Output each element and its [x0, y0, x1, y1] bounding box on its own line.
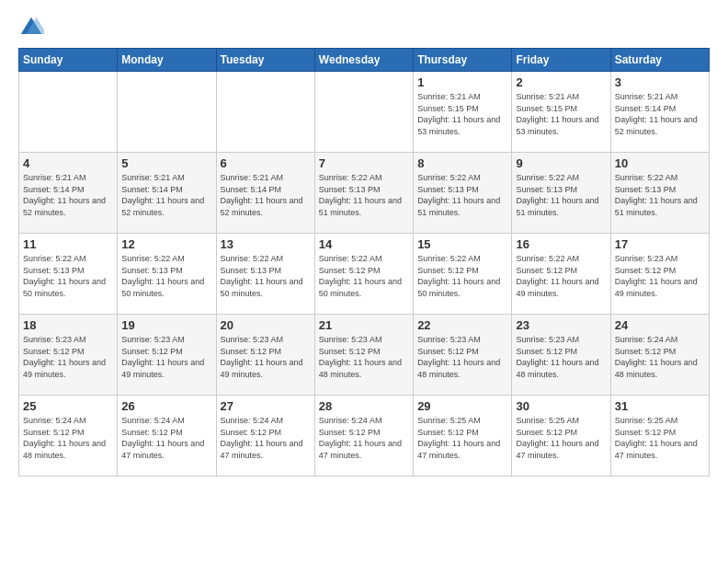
day-number: 12	[121, 237, 211, 251]
day-info: Sunrise: 5:21 AMSunset: 5:14 PMDaylight:…	[615, 91, 705, 137]
header-cell-wednesday: Wednesday	[314, 49, 413, 72]
day-number: 7	[319, 156, 409, 170]
day-info: Sunrise: 5:25 AMSunset: 5:12 PMDaylight:…	[417, 415, 507, 461]
day-info: Sunrise: 5:22 AMSunset: 5:12 PMDaylight:…	[319, 253, 409, 299]
day-info: Sunrise: 5:24 AMSunset: 5:12 PMDaylight:…	[121, 415, 211, 461]
day-cell: 8Sunrise: 5:22 AMSunset: 5:13 PMDaylight…	[414, 153, 512, 234]
day-number: 19	[121, 318, 211, 332]
day-number: 30	[516, 399, 606, 413]
day-info: Sunrise: 5:23 AMSunset: 5:12 PMDaylight:…	[615, 253, 705, 299]
day-cell: 19Sunrise: 5:23 AMSunset: 5:12 PMDayligh…	[118, 315, 216, 396]
header-row: SundayMondayTuesdayWednesdayThursdayFrid…	[19, 49, 710, 72]
day-cell: 31Sunrise: 5:25 AMSunset: 5:12 PMDayligh…	[610, 396, 709, 477]
day-info: Sunrise: 5:22 AMSunset: 5:13 PMDaylight:…	[417, 172, 507, 218]
day-info: Sunrise: 5:25 AMSunset: 5:12 PMDaylight:…	[516, 415, 606, 461]
calendar-body: 1Sunrise: 5:21 AMSunset: 5:15 PMDaylight…	[19, 72, 710, 477]
day-cell: 26Sunrise: 5:24 AMSunset: 5:12 PMDayligh…	[118, 396, 216, 477]
day-cell	[118, 72, 216, 153]
day-cell	[216, 72, 314, 153]
day-info: Sunrise: 5:23 AMSunset: 5:12 PMDaylight:…	[319, 334, 409, 380]
day-cell: 28Sunrise: 5:24 AMSunset: 5:12 PMDayligh…	[314, 396, 413, 477]
calendar-header: SundayMondayTuesdayWednesdayThursdayFrid…	[19, 49, 710, 72]
header-cell-sunday: Sunday	[19, 49, 118, 72]
day-info: Sunrise: 5:22 AMSunset: 5:13 PMDaylight:…	[121, 253, 211, 299]
day-cell: 14Sunrise: 5:22 AMSunset: 5:12 PMDayligh…	[314, 234, 413, 315]
day-number: 1	[417, 75, 507, 89]
day-info: Sunrise: 5:22 AMSunset: 5:13 PMDaylight:…	[516, 172, 606, 218]
week-row-5: 25Sunrise: 5:24 AMSunset: 5:12 PMDayligh…	[19, 396, 710, 477]
day-cell: 16Sunrise: 5:22 AMSunset: 5:12 PMDayligh…	[512, 234, 610, 315]
day-number: 14	[319, 237, 409, 251]
day-cell: 30Sunrise: 5:25 AMSunset: 5:12 PMDayligh…	[512, 396, 610, 477]
day-info: Sunrise: 5:21 AMSunset: 5:15 PMDaylight:…	[516, 91, 606, 137]
day-info: Sunrise: 5:24 AMSunset: 5:12 PMDaylight:…	[23, 415, 113, 461]
day-number: 13	[221, 237, 311, 251]
day-info: Sunrise: 5:24 AMSunset: 5:12 PMDaylight:…	[615, 334, 705, 380]
day-info: Sunrise: 5:24 AMSunset: 5:12 PMDaylight:…	[221, 415, 311, 461]
day-number: 17	[615, 237, 705, 251]
day-info: Sunrise: 5:22 AMSunset: 5:13 PMDaylight:…	[319, 172, 409, 218]
day-info: Sunrise: 5:22 AMSunset: 5:13 PMDaylight:…	[615, 172, 705, 218]
header-cell-monday: Monday	[118, 49, 216, 72]
logo	[18, 15, 48, 40]
day-info: Sunrise: 5:23 AMSunset: 5:12 PMDaylight:…	[221, 334, 311, 380]
day-cell: 17Sunrise: 5:23 AMSunset: 5:12 PMDayligh…	[610, 234, 709, 315]
day-cell: 6Sunrise: 5:21 AMSunset: 5:14 PMDaylight…	[216, 153, 314, 234]
day-cell: 21Sunrise: 5:23 AMSunset: 5:12 PMDayligh…	[314, 315, 413, 396]
day-info: Sunrise: 5:21 AMSunset: 5:14 PMDaylight:…	[121, 172, 211, 218]
week-row-2: 4Sunrise: 5:21 AMSunset: 5:14 PMDaylight…	[19, 153, 710, 234]
day-info: Sunrise: 5:22 AMSunset: 5:13 PMDaylight:…	[221, 253, 311, 299]
day-info: Sunrise: 5:23 AMSunset: 5:12 PMDaylight:…	[23, 334, 113, 380]
day-cell	[19, 72, 118, 153]
day-number: 23	[516, 318, 606, 332]
header	[18, 15, 710, 40]
day-cell: 27Sunrise: 5:24 AMSunset: 5:12 PMDayligh…	[216, 396, 314, 477]
day-number: 21	[319, 318, 409, 332]
day-number: 31	[615, 399, 705, 413]
day-cell: 29Sunrise: 5:25 AMSunset: 5:12 PMDayligh…	[414, 396, 512, 477]
day-number: 29	[417, 399, 507, 413]
day-number: 26	[121, 399, 211, 413]
day-cell: 5Sunrise: 5:21 AMSunset: 5:14 PMDaylight…	[118, 153, 216, 234]
day-cell: 11Sunrise: 5:22 AMSunset: 5:13 PMDayligh…	[19, 234, 118, 315]
day-cell: 2Sunrise: 5:21 AMSunset: 5:15 PMDaylight…	[512, 72, 610, 153]
day-cell: 13Sunrise: 5:22 AMSunset: 5:13 PMDayligh…	[216, 234, 314, 315]
day-number: 25	[23, 399, 113, 413]
day-cell: 12Sunrise: 5:22 AMSunset: 5:13 PMDayligh…	[118, 234, 216, 315]
day-number: 3	[615, 75, 705, 89]
day-info: Sunrise: 5:23 AMSunset: 5:12 PMDaylight:…	[417, 334, 507, 380]
day-cell: 1Sunrise: 5:21 AMSunset: 5:15 PMDaylight…	[414, 72, 512, 153]
day-info: Sunrise: 5:21 AMSunset: 5:14 PMDaylight:…	[221, 172, 311, 218]
day-number: 5	[121, 156, 211, 170]
day-cell: 18Sunrise: 5:23 AMSunset: 5:12 PMDayligh…	[19, 315, 118, 396]
day-info: Sunrise: 5:23 AMSunset: 5:12 PMDaylight:…	[516, 334, 606, 380]
week-row-4: 18Sunrise: 5:23 AMSunset: 5:12 PMDayligh…	[19, 315, 710, 396]
day-number: 27	[221, 399, 311, 413]
day-cell: 25Sunrise: 5:24 AMSunset: 5:12 PMDayligh…	[19, 396, 118, 477]
page-container: SundayMondayTuesdayWednesdayThursdayFrid…	[0, 0, 728, 486]
day-info: Sunrise: 5:22 AMSunset: 5:13 PMDaylight:…	[23, 253, 113, 299]
day-cell: 10Sunrise: 5:22 AMSunset: 5:13 PMDayligh…	[610, 153, 709, 234]
day-cell: 22Sunrise: 5:23 AMSunset: 5:12 PMDayligh…	[414, 315, 512, 396]
day-info: Sunrise: 5:22 AMSunset: 5:12 PMDaylight:…	[516, 253, 606, 299]
day-info: Sunrise: 5:21 AMSunset: 5:14 PMDaylight:…	[23, 172, 113, 218]
week-row-3: 11Sunrise: 5:22 AMSunset: 5:13 PMDayligh…	[19, 234, 710, 315]
day-number: 2	[516, 75, 606, 89]
day-number: 10	[615, 156, 705, 170]
day-number: 4	[23, 156, 113, 170]
day-cell: 4Sunrise: 5:21 AMSunset: 5:14 PMDaylight…	[19, 153, 118, 234]
day-number: 20	[221, 318, 311, 332]
day-number: 11	[23, 237, 113, 251]
day-number: 8	[417, 156, 507, 170]
day-number: 18	[23, 318, 113, 332]
calendar-table: SundayMondayTuesdayWednesdayThursdayFrid…	[18, 48, 710, 477]
day-info: Sunrise: 5:24 AMSunset: 5:12 PMDaylight:…	[319, 415, 409, 461]
day-number: 16	[516, 237, 606, 251]
day-number: 28	[319, 399, 409, 413]
day-cell: 3Sunrise: 5:21 AMSunset: 5:14 PMDaylight…	[610, 72, 709, 153]
day-number: 9	[516, 156, 606, 170]
day-cell: 24Sunrise: 5:24 AMSunset: 5:12 PMDayligh…	[610, 315, 709, 396]
day-cell: 15Sunrise: 5:22 AMSunset: 5:12 PMDayligh…	[414, 234, 512, 315]
day-number: 6	[221, 156, 311, 170]
week-row-1: 1Sunrise: 5:21 AMSunset: 5:15 PMDaylight…	[19, 72, 710, 153]
